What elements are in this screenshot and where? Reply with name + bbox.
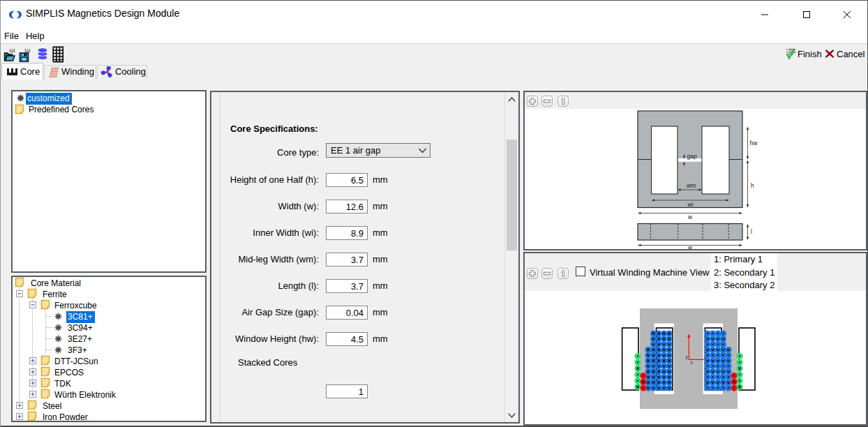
- svg-text:w: w: [687, 244, 693, 250]
- svg-text:gap: gap: [687, 153, 697, 160]
- svg-text:w: w: [687, 214, 693, 220]
- svg-text:wm: wm: [686, 182, 696, 189]
- svg-text:h: h: [751, 182, 754, 189]
- svg-text:hw: hw: [750, 140, 758, 147]
- svg-text:wi: wi: [687, 201, 694, 208]
- svg-text:l: l: [751, 228, 752, 235]
